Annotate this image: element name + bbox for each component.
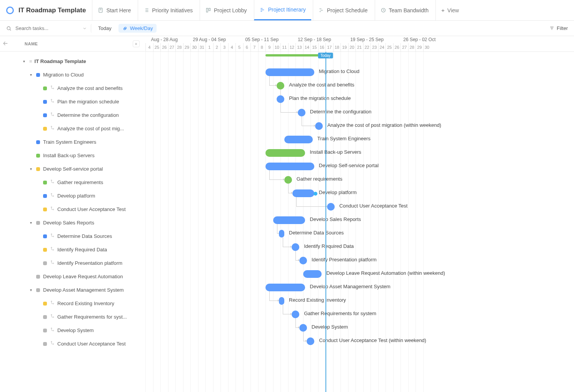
gantt-bar-label: Gather Requirements for system	[304, 311, 376, 316]
gantt-lane[interactable]: Develop Self-service portal	[145, 159, 574, 173]
caret-icon[interactable]: ▾	[30, 221, 35, 225]
task-label: Conduct User Acceptance Test	[57, 206, 126, 212]
day-header: 9	[265, 43, 273, 51]
gantt-timeline[interactable]: Aug - 28 Aug29 Aug - 04 Sep05 Sep - 11 S…	[145, 36, 574, 392]
status-tag	[36, 221, 40, 225]
gantt-lane[interactable]: Develop System	[145, 321, 574, 334]
gantt-lane[interactable]: Determine the configuration	[145, 106, 574, 119]
tab-project-schedule[interactable]: Project Schedule	[313, 0, 373, 20]
task-row[interactable]: Record Existing Inventory	[0, 297, 145, 310]
tab-project-lobby[interactable]: Project Lobby	[200, 0, 252, 20]
gantt-bar[interactable]	[284, 136, 313, 143]
task-row[interactable]: Develop System	[0, 324, 145, 337]
day-header: 8	[258, 43, 266, 51]
task-row[interactable]: Identify Required Data	[0, 243, 145, 256]
task-row[interactable]: Develop platform	[0, 189, 145, 203]
gantt-bar[interactable]	[298, 109, 305, 116]
day-header: 21	[355, 43, 363, 51]
tab-project-itinerary[interactable]: Project Itinerary	[254, 0, 311, 20]
gantt-bar[interactable]	[303, 270, 322, 278]
timeline-body[interactable]: TodayMigration to CloudAnalyze the cost …	[145, 52, 574, 392]
gantt-bar[interactable]	[299, 324, 307, 332]
task-row[interactable]: Determine the configuration	[0, 108, 145, 122]
today-button[interactable]: Today	[91, 24, 115, 33]
overall-progress-bar	[265, 54, 320, 56]
gantt-bar[interactable]	[265, 68, 314, 76]
svg-point-23	[51, 247, 52, 248]
gantt-lane[interactable]: Analyze the cost of post migration (with…	[145, 119, 574, 133]
gantt-lane[interactable]: Develop Leave Request Automation (within…	[145, 267, 574, 281]
svg-point-27	[51, 301, 52, 302]
task-row[interactable]: Conduct User Acceptance Test	[0, 337, 145, 350]
root-group-row[interactable]: ▾ ≡ IT Roadmap Template	[0, 55, 145, 68]
gantt-bar[interactable]	[279, 297, 284, 305]
task-row[interactable]: Analyze the cost of post mig...	[0, 122, 145, 135]
day-header: 3	[220, 43, 228, 51]
gantt-bar[interactable]	[299, 257, 307, 264]
task-row[interactable]: Identify Presentation platform	[0, 256, 145, 270]
caret-icon[interactable]: ▾	[23, 59, 28, 63]
filter-button[interactable]: Filter	[549, 25, 568, 31]
tab-start-here[interactable]: Start Here	[92, 0, 136, 20]
gantt-lane[interactable]: Conduct User Acceptance Test (within wee…	[145, 334, 574, 348]
search-box[interactable]	[6, 25, 87, 32]
add-view-button[interactable]: + View	[436, 0, 464, 20]
gantt-bar[interactable]	[315, 122, 323, 130]
task-row[interactable]: Install Back-up Servers	[0, 149, 145, 162]
caret-icon[interactable]: ▾	[30, 167, 35, 171]
add-column-button[interactable]: +	[133, 40, 140, 47]
gantt-lane[interactable]: Install Back-up Servers	[145, 146, 574, 159]
gantt-lane[interactable]: Train System Engineers	[145, 133, 574, 146]
task-row[interactable]: Gather requirements	[0, 176, 145, 189]
gantt-bar[interactable]	[292, 243, 299, 251]
task-row[interactable]: Gather Requirements for syst...	[0, 310, 145, 324]
status-tag	[36, 288, 40, 292]
chevron-down-icon[interactable]	[82, 26, 87, 31]
gantt-bar[interactable]	[277, 95, 284, 103]
gantt-lane[interactable]: Migration to Cloud	[145, 65, 574, 79]
gantt-lane[interactable]: Gather requirements	[145, 173, 574, 186]
gantt-bar[interactable]	[292, 189, 314, 197]
gantt-bar[interactable]	[279, 230, 284, 238]
workspace-brand[interactable]: IT Roadmap Template	[6, 7, 86, 14]
gantt-lane[interactable]: Determine Data Sources	[145, 227, 574, 240]
day-header: 31	[198, 43, 206, 51]
group-row[interactable]: ▾Migration to Cloud	[0, 68, 145, 81]
task-row[interactable]: Analyze the cost and benefits	[0, 81, 145, 95]
gantt-lane[interactable]: Analyze the cost and benefits	[145, 79, 574, 92]
gantt-lane[interactable]: Identify Presentation platform	[145, 254, 574, 267]
group-row[interactable]: ▾Develop Asset Management System	[0, 283, 145, 297]
search-input[interactable]	[15, 25, 72, 32]
gantt-lane[interactable]: Plan the migration schedule	[145, 92, 574, 106]
caret-icon[interactable]: ▾	[30, 73, 35, 77]
collapse-panel-icon[interactable]	[2, 40, 8, 47]
gantt-bar[interactable]	[292, 311, 299, 318]
gantt-bar[interactable]	[327, 203, 335, 211]
tab-priority-initiatives[interactable]: Priority Initiatives	[138, 0, 198, 20]
task-row[interactable]: Develop Leave Request Automation	[0, 270, 145, 283]
task-row[interactable]: Train System Engineers	[0, 135, 145, 149]
gantt-lane[interactable]: Gather Requirements for system	[145, 307, 574, 321]
group-row[interactable]: ▾Develop Sales Reports	[0, 216, 145, 229]
gantt-lane[interactable]: Record Existing Inventory	[145, 294, 574, 307]
task-row[interactable]: Determine Data Sources	[0, 229, 145, 243]
caret-icon[interactable]: ▾	[30, 288, 35, 292]
gantt-lane[interactable]: Develop Asset Management System	[145, 281, 574, 294]
gantt-lane[interactable]: Conduct User Acceptance Test	[145, 200, 574, 213]
subtask-icon	[50, 247, 55, 253]
task-row[interactable]: Conduct User Acceptance Test	[0, 203, 145, 216]
task-row[interactable]: Plan the migration schedule	[0, 95, 145, 108]
gantt-bar[interactable]	[265, 149, 305, 157]
gantt-bar[interactable]	[265, 284, 305, 291]
tab-team-bandwidth[interactable]: Team Bandwidth	[375, 0, 434, 20]
gantt-bar[interactable]	[273, 216, 305, 224]
gantt-bar[interactable]	[284, 176, 292, 184]
gantt-bar[interactable]	[307, 337, 314, 345]
gantt-lane[interactable]: Develop Sales Reports	[145, 213, 574, 227]
gantt-lane[interactable]: Develop platform	[145, 186, 574, 200]
gantt-bar[interactable]	[265, 163, 314, 170]
gantt-bar[interactable]	[277, 82, 284, 90]
group-row[interactable]: ▾Develop Self-service portal	[0, 162, 145, 176]
zoom-level-button[interactable]: Week/Day	[118, 24, 157, 33]
gantt-lane[interactable]: Identify Required Data	[145, 240, 574, 254]
